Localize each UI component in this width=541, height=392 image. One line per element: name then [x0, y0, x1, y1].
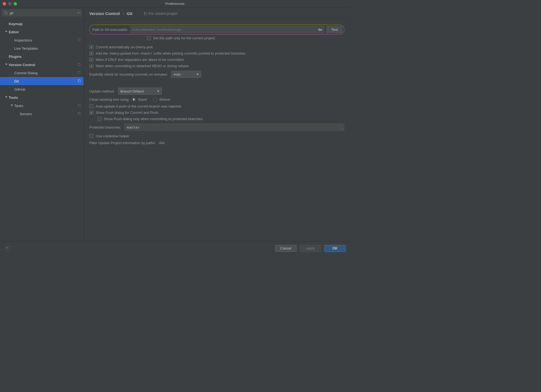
search-input-wrap[interactable]: × — [2, 9, 81, 16]
tree-item-git[interactable]: Git — [0, 77, 84, 85]
protected-branches-label: Protected branches: — [89, 125, 121, 129]
tree-item-live-templates[interactable]: Live Templates — [0, 44, 84, 52]
expand-icon[interactable] — [339, 126, 342, 129]
svg-rect-5 — [78, 64, 80, 66]
credential-helper-checkbox[interactable] — [89, 134, 93, 138]
option-row: Warn when committing in detached HEAD or… — [89, 64, 344, 68]
auto-update-push-checkbox[interactable] — [89, 104, 93, 108]
sidebar: × KeymapEditorInspectionsLive TemplatesP… — [0, 8, 84, 241]
option-checkbox[interactable] — [89, 51, 93, 55]
apply-button[interactable]: Apply — [299, 245, 321, 252]
option-row: Commit automatically on cherry-pick — [89, 45, 344, 49]
tree-item-servers[interactable]: Servers — [0, 110, 84, 118]
option-checkbox[interactable] — [89, 45, 93, 49]
protected-branches-input-wrap[interactable] — [124, 124, 344, 131]
tree-item-label: Editor — [9, 30, 19, 34]
footer: ? Cancel Apply OK — [0, 241, 350, 255]
search-icon — [4, 11, 8, 15]
project-scope-icon — [77, 71, 81, 75]
tree-item-label: GitHub — [14, 87, 25, 91]
svg-rect-15 — [145, 13, 146, 15]
option-checkbox[interactable] — [89, 64, 93, 68]
window-controls — [0, 2, 17, 5]
maximize-icon[interactable] — [14, 2, 17, 5]
copy-icon — [143, 12, 147, 15]
tree-item-tools[interactable]: Tools — [0, 93, 84, 102]
help-button[interactable]: ? — [4, 245, 10, 251]
project-scope-icon — [77, 79, 81, 83]
test-button[interactable]: Test — [327, 26, 342, 33]
stash-label: Stash — [138, 97, 147, 102]
chevron-down-icon — [196, 74, 199, 75]
chevron-right-icon: › — [123, 11, 124, 16]
titlebar: Preferences — [0, 0, 350, 8]
tree-item-label: Commit Dialog — [14, 71, 37, 75]
project-scope-icon — [77, 63, 81, 67]
tree-item-github[interactable]: GitHub — [0, 85, 84, 93]
update-method-select[interactable]: Branch Default — [118, 88, 162, 95]
clear-search-icon[interactable]: × — [77, 11, 80, 15]
option-label: Add the 'cherry-picked from <hash>' suff… — [96, 51, 245, 55]
expand-icon — [4, 31, 8, 33]
tree-item-label: Keymap — [9, 22, 23, 26]
svg-rect-3 — [78, 39, 80, 41]
cancel-button[interactable]: Cancel — [275, 245, 297, 252]
chevron-down-icon — [157, 91, 159, 92]
project-scope-icon — [77, 38, 81, 42]
tree-item-version-control[interactable]: Version Control — [0, 61, 84, 69]
ok-button[interactable]: OK — [324, 245, 346, 252]
credential-helper-label: Use credential helper — [96, 134, 129, 138]
project-scope-icon — [77, 112, 81, 116]
remotes-check-label: Explicitly check for incoming commits on… — [89, 72, 168, 76]
path-per-project-label: Set this path only for the current proje… — [153, 36, 215, 40]
close-icon[interactable] — [3, 2, 6, 5]
svg-point-0 — [5, 11, 7, 14]
tree-item-label: Tools — [9, 96, 18, 100]
breadcrumb-parent[interactable]: Version Control — [89, 11, 120, 16]
main-panel: Version Control › Git For current projec… — [84, 8, 350, 241]
stash-radio[interactable] — [132, 97, 136, 102]
minimize-icon[interactable] — [8, 2, 11, 5]
show-push-dialog-label: Show Push dialog for Commit and Push — [96, 111, 158, 115]
stepper-icon: ▴▾ — [163, 142, 164, 144]
option-label: Warn if CRLF line separators are about t… — [96, 58, 184, 62]
search-input[interactable] — [8, 11, 77, 15]
tree-item-tasks[interactable]: Tasks — [0, 102, 84, 110]
svg-rect-7 — [78, 72, 80, 74]
svg-line-1 — [7, 14, 8, 15]
shelve-radio[interactable] — [153, 97, 157, 102]
tree-item-label: Servers — [20, 112, 32, 116]
svg-rect-13 — [78, 113, 80, 115]
folder-icon[interactable] — [318, 28, 322, 31]
tree-item-keymap[interactable]: Keymap — [0, 20, 84, 28]
remotes-check-select[interactable]: Auto — [171, 71, 201, 78]
expand-icon — [4, 96, 8, 99]
git-path-row: Path to Git executable: Test — [89, 25, 344, 34]
option-label: Commit automatically on cherry-pick — [96, 45, 153, 49]
show-push-protected-checkbox[interactable] — [98, 117, 102, 121]
tree-item-label: Inspections — [14, 38, 32, 42]
option-checkbox[interactable] — [89, 58, 93, 62]
expand-icon — [4, 64, 8, 66]
update-method-label: Update method: — [89, 89, 115, 93]
settings-tree: KeymapEditorInspectionsLive TemplatesPlu… — [0, 19, 84, 241]
breadcrumb: Version Control › Git — [89, 11, 133, 16]
path-per-project-checkbox[interactable] — [147, 36, 151, 40]
breadcrumb-current: Git — [127, 11, 133, 16]
filter-paths-value[interactable]: All ▴▾ — [159, 141, 164, 145]
protected-branches-input[interactable] — [127, 125, 342, 129]
auto-update-push-label: Auto-update if push of the current branc… — [96, 104, 181, 108]
tree-item-editor[interactable]: Editor — [0, 28, 84, 36]
clean-tree-label: Clean working tree using: — [89, 97, 130, 102]
option-label: Warn when committing in detached HEAD or… — [96, 64, 189, 68]
tree-item-label: Version Control — [9, 63, 35, 67]
tree-item-inspections[interactable]: Inspections — [0, 36, 84, 44]
show-push-dialog-checkbox[interactable] — [89, 111, 93, 115]
project-scope-icon — [77, 103, 81, 108]
tree-item-plugins[interactable]: Plugins — [0, 52, 84, 61]
git-path-label: Path to Git executable: — [92, 28, 128, 32]
project-scope-hint: For current project — [143, 11, 178, 16]
tree-item-commit-dialog[interactable]: Commit Dialog — [0, 69, 84, 77]
git-path-input[interactable] — [133, 28, 318, 32]
git-path-input-wrap[interactable] — [131, 26, 325, 33]
